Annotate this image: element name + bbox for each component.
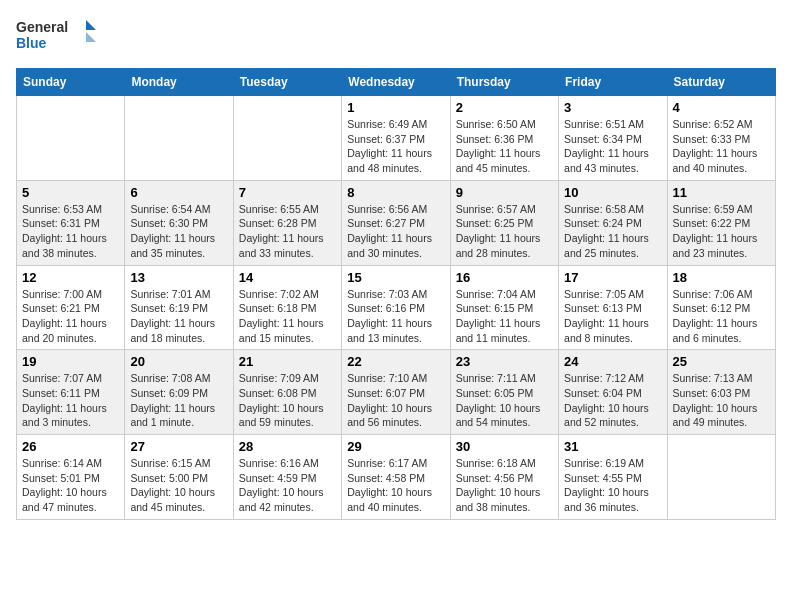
cell-content: Sunrise: 6:58 AM Sunset: 6:24 PM Dayligh… [564, 202, 661, 261]
calendar-cell: 14Sunrise: 7:02 AM Sunset: 6:18 PM Dayli… [233, 265, 341, 350]
col-header-sunday: Sunday [17, 69, 125, 96]
calendar-week-4: 19Sunrise: 7:07 AM Sunset: 6:11 PM Dayli… [17, 350, 776, 435]
calendar-cell: 3Sunrise: 6:51 AM Sunset: 6:34 PM Daylig… [559, 96, 667, 181]
calendar-cell: 24Sunrise: 7:12 AM Sunset: 6:04 PM Dayli… [559, 350, 667, 435]
cell-content: Sunrise: 6:54 AM Sunset: 6:30 PM Dayligh… [130, 202, 227, 261]
calendar-cell: 15Sunrise: 7:03 AM Sunset: 6:16 PM Dayli… [342, 265, 450, 350]
day-number: 12 [22, 270, 119, 285]
day-number: 17 [564, 270, 661, 285]
day-number: 15 [347, 270, 444, 285]
cell-content: Sunrise: 6:19 AM Sunset: 4:55 PM Dayligh… [564, 456, 661, 515]
cell-content: Sunrise: 7:06 AM Sunset: 6:12 PM Dayligh… [673, 287, 770, 346]
cell-content: Sunrise: 6:18 AM Sunset: 4:56 PM Dayligh… [456, 456, 553, 515]
logo: General Blue [16, 16, 96, 56]
cell-content: Sunrise: 7:12 AM Sunset: 6:04 PM Dayligh… [564, 371, 661, 430]
calendar-cell: 4Sunrise: 6:52 AM Sunset: 6:33 PM Daylig… [667, 96, 775, 181]
calendar-cell: 19Sunrise: 7:07 AM Sunset: 6:11 PM Dayli… [17, 350, 125, 435]
calendar-cell: 27Sunrise: 6:15 AM Sunset: 5:00 PM Dayli… [125, 435, 233, 520]
calendar-cell: 25Sunrise: 7:13 AM Sunset: 6:03 PM Dayli… [667, 350, 775, 435]
svg-text:Blue: Blue [16, 35, 47, 51]
calendar-cell: 13Sunrise: 7:01 AM Sunset: 6:19 PM Dayli… [125, 265, 233, 350]
day-number: 13 [130, 270, 227, 285]
day-number: 18 [673, 270, 770, 285]
svg-marker-2 [86, 20, 96, 30]
cell-content: Sunrise: 6:56 AM Sunset: 6:27 PM Dayligh… [347, 202, 444, 261]
calendar-cell: 28Sunrise: 6:16 AM Sunset: 4:59 PM Dayli… [233, 435, 341, 520]
calendar-cell: 11Sunrise: 6:59 AM Sunset: 6:22 PM Dayli… [667, 180, 775, 265]
svg-text:General: General [16, 19, 68, 35]
day-number: 25 [673, 354, 770, 369]
cell-content: Sunrise: 7:03 AM Sunset: 6:16 PM Dayligh… [347, 287, 444, 346]
logo-svg: General Blue [16, 16, 96, 56]
cell-content: Sunrise: 7:04 AM Sunset: 6:15 PM Dayligh… [456, 287, 553, 346]
day-number: 9 [456, 185, 553, 200]
cell-content: Sunrise: 6:51 AM Sunset: 6:34 PM Dayligh… [564, 117, 661, 176]
day-number: 28 [239, 439, 336, 454]
calendar-cell: 16Sunrise: 7:04 AM Sunset: 6:15 PM Dayli… [450, 265, 558, 350]
cell-content: Sunrise: 6:57 AM Sunset: 6:25 PM Dayligh… [456, 202, 553, 261]
calendar-week-5: 26Sunrise: 6:14 AM Sunset: 5:01 PM Dayli… [17, 435, 776, 520]
calendar-cell: 31Sunrise: 6:19 AM Sunset: 4:55 PM Dayli… [559, 435, 667, 520]
calendar-week-1: 1Sunrise: 6:49 AM Sunset: 6:37 PM Daylig… [17, 96, 776, 181]
calendar-cell: 5Sunrise: 6:53 AM Sunset: 6:31 PM Daylig… [17, 180, 125, 265]
calendar-cell: 20Sunrise: 7:08 AM Sunset: 6:09 PM Dayli… [125, 350, 233, 435]
calendar-cell: 8Sunrise: 6:56 AM Sunset: 6:27 PM Daylig… [342, 180, 450, 265]
calendar-cell: 21Sunrise: 7:09 AM Sunset: 6:08 PM Dayli… [233, 350, 341, 435]
calendar-cell: 12Sunrise: 7:00 AM Sunset: 6:21 PM Dayli… [17, 265, 125, 350]
calendar-table: SundayMondayTuesdayWednesdayThursdayFrid… [16, 68, 776, 520]
day-number: 24 [564, 354, 661, 369]
cell-content: Sunrise: 7:09 AM Sunset: 6:08 PM Dayligh… [239, 371, 336, 430]
calendar-cell: 29Sunrise: 6:17 AM Sunset: 4:58 PM Dayli… [342, 435, 450, 520]
cell-content: Sunrise: 7:08 AM Sunset: 6:09 PM Dayligh… [130, 371, 227, 430]
cell-content: Sunrise: 6:16 AM Sunset: 4:59 PM Dayligh… [239, 456, 336, 515]
day-number: 16 [456, 270, 553, 285]
day-number: 21 [239, 354, 336, 369]
day-number: 11 [673, 185, 770, 200]
cell-content: Sunrise: 7:02 AM Sunset: 6:18 PM Dayligh… [239, 287, 336, 346]
cell-content: Sunrise: 7:01 AM Sunset: 6:19 PM Dayligh… [130, 287, 227, 346]
day-number: 14 [239, 270, 336, 285]
day-number: 3 [564, 100, 661, 115]
calendar-cell: 17Sunrise: 7:05 AM Sunset: 6:13 PM Dayli… [559, 265, 667, 350]
calendar-cell [17, 96, 125, 181]
cell-content: Sunrise: 6:50 AM Sunset: 6:36 PM Dayligh… [456, 117, 553, 176]
day-number: 23 [456, 354, 553, 369]
day-number: 8 [347, 185, 444, 200]
cell-content: Sunrise: 6:55 AM Sunset: 6:28 PM Dayligh… [239, 202, 336, 261]
day-number: 5 [22, 185, 119, 200]
day-number: 22 [347, 354, 444, 369]
cell-content: Sunrise: 7:00 AM Sunset: 6:21 PM Dayligh… [22, 287, 119, 346]
col-header-tuesday: Tuesday [233, 69, 341, 96]
calendar-cell: 9Sunrise: 6:57 AM Sunset: 6:25 PM Daylig… [450, 180, 558, 265]
cell-content: Sunrise: 7:07 AM Sunset: 6:11 PM Dayligh… [22, 371, 119, 430]
day-number: 26 [22, 439, 119, 454]
cell-content: Sunrise: 6:14 AM Sunset: 5:01 PM Dayligh… [22, 456, 119, 515]
page-header: General Blue [16, 16, 776, 56]
calendar-cell: 30Sunrise: 6:18 AM Sunset: 4:56 PM Dayli… [450, 435, 558, 520]
day-number: 31 [564, 439, 661, 454]
calendar-cell [233, 96, 341, 181]
cell-content: Sunrise: 7:10 AM Sunset: 6:07 PM Dayligh… [347, 371, 444, 430]
cell-content: Sunrise: 7:11 AM Sunset: 6:05 PM Dayligh… [456, 371, 553, 430]
cell-content: Sunrise: 6:49 AM Sunset: 6:37 PM Dayligh… [347, 117, 444, 176]
day-number: 6 [130, 185, 227, 200]
day-number: 10 [564, 185, 661, 200]
day-number: 27 [130, 439, 227, 454]
calendar-cell [125, 96, 233, 181]
day-number: 29 [347, 439, 444, 454]
calendar-cell: 26Sunrise: 6:14 AM Sunset: 5:01 PM Dayli… [17, 435, 125, 520]
calendar-cell: 6Sunrise: 6:54 AM Sunset: 6:30 PM Daylig… [125, 180, 233, 265]
calendar-cell: 23Sunrise: 7:11 AM Sunset: 6:05 PM Dayli… [450, 350, 558, 435]
calendar-cell: 10Sunrise: 6:58 AM Sunset: 6:24 PM Dayli… [559, 180, 667, 265]
day-number: 2 [456, 100, 553, 115]
cell-content: Sunrise: 6:17 AM Sunset: 4:58 PM Dayligh… [347, 456, 444, 515]
calendar-week-2: 5Sunrise: 6:53 AM Sunset: 6:31 PM Daylig… [17, 180, 776, 265]
calendar-cell: 18Sunrise: 7:06 AM Sunset: 6:12 PM Dayli… [667, 265, 775, 350]
day-number: 7 [239, 185, 336, 200]
cell-content: Sunrise: 7:13 AM Sunset: 6:03 PM Dayligh… [673, 371, 770, 430]
cell-content: Sunrise: 7:05 AM Sunset: 6:13 PM Dayligh… [564, 287, 661, 346]
cell-content: Sunrise: 6:53 AM Sunset: 6:31 PM Dayligh… [22, 202, 119, 261]
svg-marker-3 [86, 32, 96, 42]
cell-content: Sunrise: 6:15 AM Sunset: 5:00 PM Dayligh… [130, 456, 227, 515]
calendar-cell: 1Sunrise: 6:49 AM Sunset: 6:37 PM Daylig… [342, 96, 450, 181]
